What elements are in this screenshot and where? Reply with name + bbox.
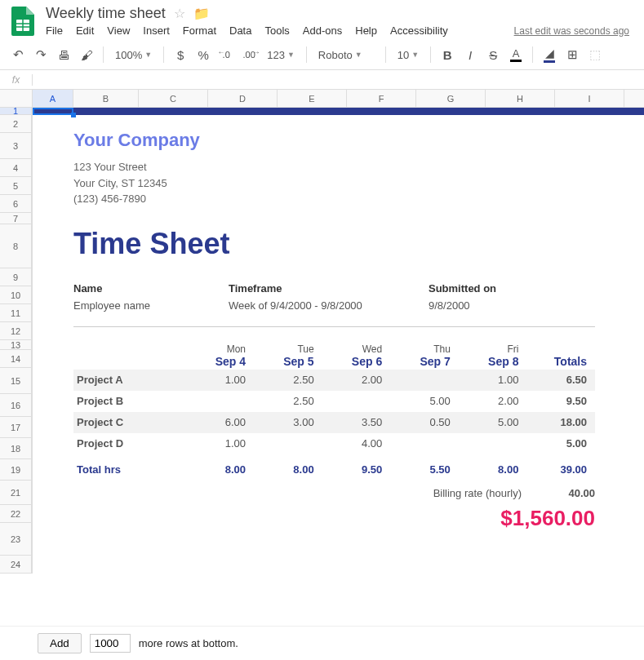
hours-cell: 1.00 <box>459 374 527 386</box>
merge-button[interactable]: ⬚ <box>585 45 605 64</box>
star-icon[interactable]: ☆ <box>174 6 185 21</box>
col-header-B[interactable]: B <box>73 90 139 107</box>
toolbar: ↶ ↷ 🖶 🖌 100%▼ $ % .0← .00→ 123▼ Roboto▼ … <box>0 40 644 70</box>
row-header-15[interactable]: 15 <box>0 368 32 394</box>
row-header-6[interactable]: 6 <box>0 195 32 213</box>
menu-edit[interactable]: Edit <box>76 24 94 37</box>
undo-icon[interactable]: ↶ <box>8 45 28 64</box>
hours-cell: 5.00 <box>459 416 527 428</box>
fill-color-button[interactable]: ◢ <box>540 45 559 64</box>
timeframe-label: Timeframe <box>229 282 429 295</box>
date-sep8: Sep 8 <box>459 355 519 368</box>
total-wed: 9.50 <box>322 463 391 476</box>
dec-decimal-button[interactable]: .0← <box>216 45 236 64</box>
text-color-button[interactable]: A <box>506 45 526 64</box>
row-header-12[interactable]: 12 <box>0 322 32 340</box>
strike-button[interactable]: S <box>483 45 503 64</box>
row-header-8[interactable]: 8 <box>0 224 32 268</box>
formula-input[interactable] <box>33 70 644 89</box>
hours-cell: 6.00 <box>185 416 254 428</box>
submitted-value: 9/8/2000 <box>429 299 584 312</box>
row-header-19[interactable]: 19 <box>0 459 32 481</box>
menu-help[interactable]: Help <box>355 24 377 37</box>
fill-handle[interactable] <box>71 113 76 117</box>
date-sep5: Sep 5 <box>254 355 314 368</box>
inc-decimal-button[interactable]: .00→ <box>239 45 259 64</box>
col-header-E[interactable]: E <box>278 90 347 107</box>
sheets-logo[interactable] <box>8 7 38 36</box>
menu-view[interactable]: View <box>107 24 130 37</box>
day-tue: Tue <box>254 343 314 355</box>
row-header-21[interactable]: 21 <box>0 481 32 505</box>
menu-addons[interactable]: Add-ons <box>303 24 342 37</box>
row-header-7[interactable]: 7 <box>0 213 32 224</box>
row-header-10[interactable]: 10 <box>0 286 32 304</box>
app-header: Weekly time sheet ☆ 📁 File Edit View Ins… <box>0 0 644 37</box>
day-mon: Mon <box>185 343 246 355</box>
menu-tools[interactable]: Tools <box>264 24 289 37</box>
row-header-4[interactable]: 4 <box>0 159 32 177</box>
day-thu: Thu <box>390 343 451 355</box>
select-all-corner[interactable] <box>0 90 33 108</box>
sheet-canvas[interactable]: Your Company 123 Your Street Your City, … <box>33 108 644 574</box>
menu-insert[interactable]: Insert <box>143 24 170 37</box>
menu-data[interactable]: Data <box>229 24 251 37</box>
currency-button[interactable]: $ <box>171 45 190 64</box>
col-header-G[interactable]: G <box>416 90 486 107</box>
paintformat-icon[interactable]: 🖌 <box>77 45 96 64</box>
row-header-13[interactable]: 13 <box>0 340 32 350</box>
timeframe-value: Week of 9/4/2000 - 9/8/2000 <box>229 299 429 312</box>
name-label: Name <box>73 282 229 295</box>
formula-bar: fx <box>0 70 644 90</box>
borders-button[interactable]: ⊞ <box>562 45 582 64</box>
project-name: Project C <box>73 416 185 428</box>
bold-button[interactable]: B <box>437 45 457 64</box>
row-header-14[interactable]: 14 <box>0 350 32 368</box>
table-row: Project C6.003.003.500.505.0018.00 <box>73 412 595 433</box>
row-header-11[interactable]: 11 <box>0 304 32 322</box>
name-value: Employee name <box>73 299 229 312</box>
italic-button[interactable]: I <box>460 45 480 64</box>
last-edit-link[interactable]: Last edit was seconds ago <box>514 25 629 37</box>
date-sep4: Sep 4 <box>185 355 246 368</box>
row-header-9[interactable]: 9 <box>0 268 32 286</box>
divider <box>73 326 595 327</box>
row-header-2[interactable]: 2 <box>0 115 32 133</box>
font-size-dropdown[interactable]: 10▼ <box>393 45 424 64</box>
row-header-16[interactable]: 16 <box>0 394 32 417</box>
col-header-C[interactable]: C <box>139 90 208 107</box>
addr-line2: Your City, ST 12345 <box>73 175 644 192</box>
col-header-I[interactable]: I <box>555 90 624 107</box>
menu-format[interactable]: Format <box>183 24 216 37</box>
row-header-1[interactable]: 1 <box>0 108 32 115</box>
row-header-23[interactable]: 23 <box>0 523 32 556</box>
row-header-5[interactable]: 5 <box>0 177 32 195</box>
addr-phone: (123) 456-7890 <box>73 191 644 207</box>
row-header-3[interactable]: 3 <box>0 133 32 159</box>
col-header-A[interactable]: A <box>33 90 73 107</box>
menu-file[interactable]: File <box>46 24 63 37</box>
row-header-22[interactable]: 22 <box>0 505 32 523</box>
sheet-title: Time Sheet <box>73 227 644 261</box>
company-name: Your Company <box>73 115 644 151</box>
col-header-F[interactable]: F <box>347 90 416 107</box>
row-header-17[interactable]: 17 <box>0 417 32 438</box>
print-icon[interactable]: 🖶 <box>54 45 73 64</box>
col-header-H[interactable]: H <box>486 90 555 107</box>
menu-accessibility[interactable]: Accessibility <box>390 24 448 37</box>
hours-cell: 3.50 <box>322 416 391 428</box>
col-header-D[interactable]: D <box>208 90 278 107</box>
doc-title[interactable]: Weekly time sheet <box>46 5 166 22</box>
zoom-dropdown[interactable]: 100%▼ <box>110 45 157 64</box>
number-format-dropdown[interactable]: 123▼ <box>262 45 300 64</box>
project-name: Project B <box>73 395 185 407</box>
redo-icon[interactable]: ↷ <box>31 45 51 64</box>
active-cell-A1 <box>33 108 73 115</box>
date-sep6: Sep 6 <box>322 355 383 368</box>
hours-cell: 1.00 <box>185 437 254 450</box>
row-header-18[interactable]: 18 <box>0 438 32 459</box>
folder-icon[interactable]: 📁 <box>193 6 210 21</box>
font-dropdown[interactable]: Roboto▼ <box>313 45 379 64</box>
percent-button[interactable]: % <box>193 45 213 64</box>
row-header-24[interactable]: 24 <box>0 556 32 574</box>
